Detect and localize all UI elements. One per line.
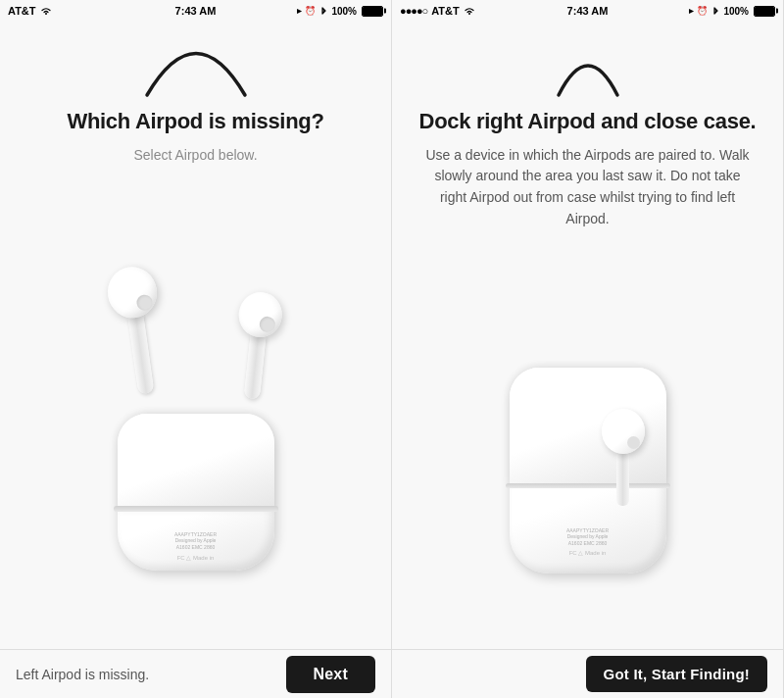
right-case-text: AAAPYTY1ZOAERDesigned by AppleA1602 EMC … xyxy=(510,527,666,547)
left-battery-icon xyxy=(362,6,383,17)
left-phone-panel: AT&T 7:43 AM ▸ ⏰ 100% Which Airpod is m xyxy=(0,0,392,698)
left-airpods-buds xyxy=(78,257,314,384)
right-arc-icon xyxy=(529,31,647,100)
right-bud-stem xyxy=(243,334,266,399)
left-airpod-left-bud xyxy=(104,264,171,397)
left-status-right: ▸ ⏰ 100% xyxy=(297,6,383,17)
left-battery-percent: 100% xyxy=(331,6,357,17)
right-alarm-icon: ⏰ xyxy=(697,6,708,16)
next-button[interactable]: Next xyxy=(286,656,375,693)
right-case-hinge xyxy=(506,483,670,488)
right-title: Dock right Airpod and close case. xyxy=(419,108,757,135)
right-docked-bud-stem xyxy=(616,452,629,506)
right-case-body: AAAPYTY1ZOAERDesigned by AppleA1602 EMC … xyxy=(510,368,666,573)
left-content: Which Airpod is missing? Select Airpod b… xyxy=(0,22,391,649)
right-battery-icon xyxy=(754,6,775,17)
left-case-hinge xyxy=(114,506,278,512)
left-case-text: AAAPYTY1ZOAERDesigned by AppleA1602 EMC … xyxy=(174,531,217,551)
start-finding-button[interactable]: Got It, Start Finding! xyxy=(586,656,767,692)
right-battery-percent: 100% xyxy=(723,6,749,17)
left-bud-stem xyxy=(127,315,154,394)
left-airpods-area: AAAPYTY1ZOAERDesigned by AppleA1602 EMC … xyxy=(20,179,371,650)
left-bottom-label: Left Airpod is missing. xyxy=(16,667,149,682)
left-bud-head xyxy=(104,264,160,321)
left-arc-container xyxy=(20,31,371,100)
left-wifi-icon xyxy=(40,6,52,16)
right-wifi-icon xyxy=(464,6,475,16)
right-airpods-illustration: AAAPYTY1ZOAERDesigned by AppleA1602 EMC … xyxy=(490,319,686,573)
right-docked-bud-dot xyxy=(627,436,640,449)
right-airpods-area: AAAPYTY1ZOAERDesigned by AppleA1602 EMC … xyxy=(412,243,763,649)
left-airpod-case: AAAPYTY1ZOAERDesigned by AppleA1602 EMC … xyxy=(118,414,274,571)
right-bud-head xyxy=(236,290,284,339)
right-case-ce: FC △ Made in xyxy=(510,549,666,556)
right-docked-bud-head xyxy=(602,409,645,454)
right-bluetooth-icon xyxy=(710,6,720,16)
left-title: Which Airpod is missing? xyxy=(67,108,323,135)
right-carrier: ●●●●○ xyxy=(400,5,427,17)
left-status-left: AT&T xyxy=(8,5,52,17)
left-case-ce: FC △ Made in xyxy=(177,554,215,561)
right-status-left: ●●●●○ AT&T xyxy=(400,5,475,17)
left-bluetooth-icon xyxy=(318,6,328,16)
right-status-bar: ●●●●○ AT&T 7:43 AM ▸ ⏰ 100% xyxy=(392,0,783,22)
right-airpod-right-bud xyxy=(229,290,283,401)
right-time: 7:43 AM xyxy=(567,5,609,17)
right-docked-bud xyxy=(602,409,645,506)
left-bottom-bar: Left Airpod is missing. Next xyxy=(0,649,391,698)
right-content: Dock right Airpod and close case. Use a … xyxy=(392,22,783,649)
right-description: Use a device in which the Airpods are pa… xyxy=(412,145,763,230)
right-gps-icon: ▸ xyxy=(689,6,694,16)
left-case-lid xyxy=(118,414,274,512)
right-phone-panel: ●●●●○ AT&T 7:43 AM ▸ ⏰ 100% Dock xyxy=(392,0,784,698)
left-status-bar: AT&T 7:43 AM ▸ ⏰ 100% xyxy=(0,0,391,22)
left-subtitle: Select Airpod below. xyxy=(133,145,257,166)
right-status-right: ▸ ⏰ 100% xyxy=(689,6,775,17)
right-bottom-bar: Got It, Start Finding! xyxy=(392,649,783,698)
right-arc-container xyxy=(412,31,763,100)
left-time: 7:43 AM xyxy=(175,5,217,17)
right-carrier-name: AT&T xyxy=(431,5,460,17)
left-arc-icon xyxy=(137,31,255,100)
left-gps-icon: ▸ xyxy=(297,6,302,16)
left-alarm-icon: ⏰ xyxy=(305,6,316,16)
left-carrier: AT&T xyxy=(8,5,36,17)
left-airpods-illustration: AAAPYTY1ZOAERDesigned by AppleA1602 EMC … xyxy=(88,257,304,571)
